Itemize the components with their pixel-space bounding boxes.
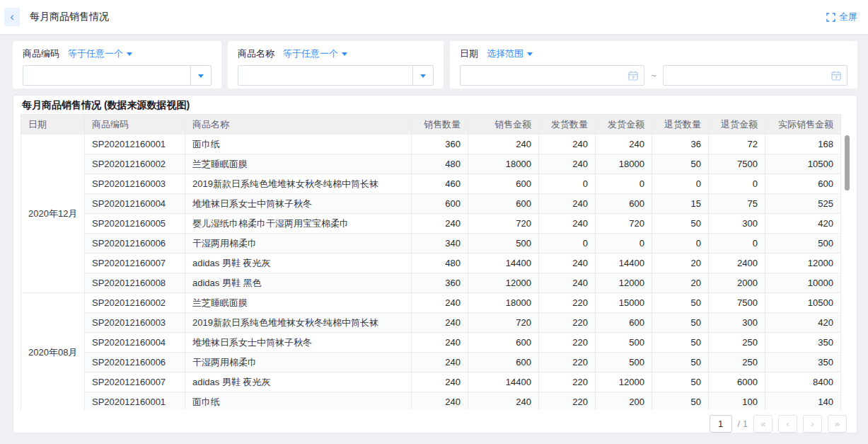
date-end-input[interactable] (663, 65, 847, 86)
product-name-select[interactable] (238, 65, 434, 86)
header-cell: 商品编码 (85, 115, 185, 135)
prev-page-button[interactable]: ‹ (778, 415, 797, 433)
topbar: ‹ 每月商品销售情况 全屏 (0, 0, 868, 35)
metric-cell: 14400 (468, 372, 539, 392)
metric-cell: 250 (709, 333, 765, 353)
fullscreen-label: 全屏 (839, 11, 857, 23)
metric-cell: 600 (468, 174, 539, 194)
header-cell: 发货金额 (596, 115, 652, 135)
metric-cell: 18000 (468, 293, 539, 313)
product-code-cell: SP202012160004 (85, 194, 185, 214)
metric-cell: 240 (412, 372, 468, 392)
product-name-cell: 面巾纸 (185, 135, 412, 154)
metric-cell: 18000 (468, 154, 539, 174)
sales-table: 日期商品编码商品名称销售数量销售金额发货数量发货金额退货数量退货金额实际销售金额… (21, 114, 841, 410)
metric-cell: 220 (539, 293, 596, 313)
chevron-down-icon (420, 74, 426, 78)
product-code-select-arrow[interactable] (190, 66, 211, 85)
fullscreen-button[interactable]: 全屏 (826, 11, 857, 23)
chevron-down-icon (527, 52, 533, 56)
metric-cell: 18000 (596, 154, 652, 174)
page-number-input[interactable]: 1 (710, 415, 732, 433)
metric-cell: 12000 (765, 254, 841, 273)
header-cell: 发货数量 (539, 115, 596, 135)
metric-cell: 100 (709, 392, 765, 411)
metric-cell: 220 (539, 333, 596, 353)
metric-cell: 600 (765, 174, 841, 194)
product-name-select-arrow[interactable] (412, 66, 433, 85)
product-code-cell: SP202012160006 (85, 353, 185, 372)
date-group-cell: 2020年12月 (21, 135, 85, 293)
operator-text: 选择范围 (487, 47, 523, 60)
metric-cell: 600 (468, 333, 539, 353)
date-range-separator: ~ (651, 70, 656, 81)
metric-cell: 36 (652, 135, 709, 154)
table-row: SP2020121600032019新款日系纯色堆堆袜女秋冬纯棉中筒长袜4606… (21, 174, 841, 194)
product-code-operator-link[interactable]: 等于任意一个 (68, 47, 132, 60)
metric-cell: 720 (468, 313, 539, 333)
product-name-cell: adidas 男鞋 夜光灰 (185, 254, 412, 273)
metric-cell: 240 (539, 154, 596, 174)
metric-cell: 50 (652, 353, 709, 372)
metric-cell: 72 (709, 135, 765, 154)
metric-cell: 340 (412, 234, 468, 254)
date-start-input[interactable] (460, 65, 644, 86)
content-area: 商品编码 等于任意一个 商品名称 等于任意一个 (0, 35, 868, 433)
first-page-icon: « (760, 419, 765, 429)
product-name-operator-link[interactable]: 等于任意一个 (283, 47, 347, 60)
metric-cell: 10000 (765, 273, 841, 293)
metric-cell: 240 (412, 392, 468, 411)
vertical-scrollbar[interactable] (844, 114, 850, 410)
calendar-icon (627, 70, 639, 81)
table-row: SP202012160005婴儿湿纸巾棉柔巾干湿两用宝宝棉柔巾240720240… (21, 214, 841, 234)
table-body: 2020年12月SP202012160001面巾纸360240240240367… (21, 135, 841, 411)
product-code-cell: SP202012160002 (85, 154, 185, 174)
back-chevron-icon: ‹ (10, 11, 14, 23)
metric-cell: 50 (652, 372, 709, 392)
metric-cell: 50 (652, 154, 709, 174)
filter-row: 商品编码 等于任意一个 商品名称 等于任意一个 (13, 41, 857, 89)
operator-text: 等于任意一个 (68, 47, 123, 60)
chevron-down-icon (127, 52, 132, 56)
product-name-cell: 堆堆袜日系女士中筒袜子秋冬 (185, 194, 412, 214)
product-name-cell: 2019新款日系纯色堆堆袜女秋冬纯棉中筒长袜 (185, 313, 412, 333)
metric-cell: 360 (412, 135, 468, 154)
metric-cell: 0 (539, 234, 596, 254)
metric-cell: 14400 (468, 254, 539, 273)
metric-cell: 0 (539, 174, 596, 194)
table-row: SP202012160002兰芝睡眠面膜48018000240180005075… (21, 154, 841, 174)
product-code-cell: SP202012160007 (85, 372, 185, 392)
metric-cell: 480 (412, 154, 468, 174)
metric-cell: 525 (765, 194, 841, 214)
last-page-button[interactable]: » (828, 415, 847, 433)
table-row: SP202012160006干湿两用棉柔巾2406002205005025035… (21, 353, 841, 372)
date-operator-link[interactable]: 选择范围 (487, 47, 533, 60)
product-code-select[interactable] (23, 65, 212, 86)
metric-cell: 240 (468, 135, 539, 154)
next-page-button[interactable]: › (803, 415, 822, 433)
header-cell: 退货金额 (709, 115, 765, 135)
calendar-icon (831, 70, 842, 81)
metric-cell: 15000 (596, 293, 652, 313)
product-name-cell: 兰芝睡眠面膜 (185, 293, 412, 313)
header-cell: 日期 (21, 115, 85, 135)
metric-cell: 240 (412, 214, 468, 234)
metric-cell: 240 (539, 135, 596, 154)
metric-cell: 10500 (765, 293, 841, 313)
metric-cell: 240 (539, 273, 596, 293)
metric-cell: 50 (652, 313, 709, 333)
metric-cell: 220 (539, 353, 596, 372)
scrollbar-thumb[interactable] (845, 135, 850, 190)
metric-cell: 240 (539, 254, 596, 273)
metric-cell: 480 (412, 254, 468, 273)
back-button[interactable]: ‹ (4, 8, 20, 26)
metric-cell: 12000 (596, 273, 652, 293)
product-code-cell: SP202012160002 (85, 293, 185, 313)
product-name-select-value (238, 66, 412, 85)
metric-cell: 220 (539, 313, 596, 333)
product-name-cell: 婴儿湿纸巾棉柔巾干湿两用宝宝棉柔巾 (185, 214, 412, 234)
first-page-button[interactable]: « (753, 415, 772, 433)
filter-card-product-name: 商品名称 等于任意一个 (228, 41, 444, 89)
product-code-cell: SP202012160008 (85, 273, 185, 293)
metric-cell: 500 (765, 234, 841, 254)
